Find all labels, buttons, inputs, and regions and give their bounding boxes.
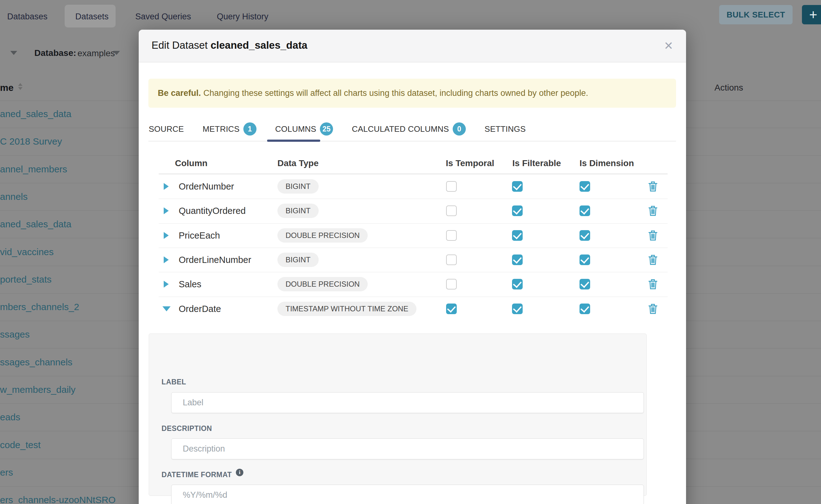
datetime-format-input[interactable] <box>171 485 644 504</box>
nav-tab-datasets[interactable]: Datasets <box>75 12 109 22</box>
is-temporal-checkbox[interactable] <box>446 230 457 241</box>
sort-icon[interactable] <box>18 83 22 90</box>
data-type-pill: BIGINT <box>277 179 319 194</box>
caret-right-icon[interactable] <box>164 183 169 190</box>
dataset-link[interactable]: vid_vaccines <box>0 247 54 257</box>
is-dimension-checkbox[interactable] <box>580 279 590 289</box>
tab-source[interactable]: SOURCE <box>149 124 184 134</box>
is-dimension-checkbox[interactable] <box>580 205 590 216</box>
caret-right-icon[interactable] <box>164 207 169 214</box>
column-detail-panel: LABEL DESCRIPTION DATETIME FORMAT i <box>149 334 647 496</box>
row-divider <box>159 248 668 248</box>
column-name: QuantityOrdered <box>179 206 245 216</box>
delete-column-button[interactable] <box>648 230 658 241</box>
chevron-down-icon[interactable] <box>10 51 17 55</box>
dataset-name: cleaned_sales_data <box>210 39 307 51</box>
is-temporal-checkbox[interactable] <box>446 205 457 216</box>
tab-metrics[interactable]: METRICS1 <box>202 122 256 136</box>
nav-tab-databases[interactable]: Databases <box>7 12 47 22</box>
description-input[interactable] <box>171 438 644 459</box>
dataset-link[interactable]: eads <box>0 412 20 422</box>
is-filterable-checkbox[interactable] <box>512 279 523 289</box>
active-tab-underline <box>267 140 320 142</box>
is-temporal-checkbox[interactable] <box>446 181 457 192</box>
modal-header: Edit Dataset cleaned_sales_data ✕ <box>139 30 686 62</box>
database-filter-value[interactable]: examples <box>77 48 115 58</box>
is-filterable-checkbox[interactable] <box>512 181 523 192</box>
modal-title: Edit Dataset cleaned_sales_data <box>151 39 307 51</box>
dataset-link[interactable]: C 2018 Survey <box>0 136 62 147</box>
is-temporal-checkbox[interactable] <box>446 254 457 265</box>
modal-tabs: SOURCE METRICS1 COLUMNS25 CALCULATED COL… <box>149 122 526 136</box>
label-input[interactable] <box>171 392 644 413</box>
is-filterable-checkbox[interactable] <box>512 304 523 314</box>
dataset-link[interactable]: annel_members <box>0 164 67 175</box>
is-filterable-checkbox[interactable] <box>512 254 523 265</box>
is-dimension-checkbox[interactable] <box>580 181 590 192</box>
database-filter-label: Database: <box>34 48 76 58</box>
dataset-link[interactable]: ers <box>0 467 13 478</box>
dataset-link[interactable]: aned_sales_data <box>0 109 72 119</box>
label-field-label: LABEL <box>161 378 186 386</box>
dataset-link[interactable]: code_test <box>0 440 41 450</box>
bulk-select-button[interactable]: BULK SELECT <box>719 5 793 24</box>
column-name: Sales <box>179 279 201 289</box>
column-name: OrderDate <box>179 304 221 314</box>
description-field-label: DESCRIPTION <box>161 424 212 433</box>
col-header-data-type: Data Type <box>277 158 319 168</box>
is-dimension-checkbox[interactable] <box>580 230 590 241</box>
column-name: PriceEach <box>179 230 220 241</box>
info-icon[interactable]: i <box>236 469 243 476</box>
data-type-pill: DOUBLE PRECISION <box>277 228 368 243</box>
dataset-link[interactable]: ssages_channels <box>0 357 72 368</box>
tab-calculated-columns[interactable]: CALCULATED COLUMNS0 <box>352 122 466 136</box>
dataset-link[interactable]: annels <box>0 191 27 202</box>
calculated-columns-count-badge: 0 <box>453 122 466 136</box>
datetime-format-field-label: DATETIME FORMAT <box>161 471 232 479</box>
metrics-count-badge: 1 <box>243 122 256 136</box>
caret-right-icon[interactable] <box>164 281 169 288</box>
caret-right-icon[interactable] <box>164 232 169 239</box>
name-column-header[interactable]: me <box>0 82 13 93</box>
col-header-is-filterable: Is Filterable <box>512 158 561 168</box>
table-header-divider <box>159 174 668 174</box>
data-type-pill: BIGINT <box>277 204 319 218</box>
close-icon[interactable]: ✕ <box>661 38 676 54</box>
warning-banner: Be careful.Changing these settings will … <box>148 79 676 108</box>
nav-tab-saved-queries[interactable]: Saved Queries <box>135 12 191 22</box>
column-name: OrderLineNumber <box>179 255 251 265</box>
is-dimension-checkbox[interactable] <box>580 304 590 314</box>
col-header-is-dimension: Is Dimension <box>580 158 634 168</box>
add-dataset-button[interactable]: + <box>802 5 821 24</box>
dataset-link[interactable]: w_members_daily <box>0 384 76 395</box>
caret-right-icon[interactable] <box>164 256 169 263</box>
nav-tab-query-history[interactable]: Query History <box>217 12 268 22</box>
column-name: OrderNumber <box>179 181 234 192</box>
delete-column-button[interactable] <box>648 303 658 315</box>
is-filterable-checkbox[interactable] <box>512 205 523 216</box>
dataset-link[interactable]: ported_stats <box>0 274 52 285</box>
is-temporal-checkbox[interactable] <box>446 279 457 289</box>
caret-down-icon[interactable] <box>162 306 171 311</box>
tab-columns[interactable]: COLUMNS25 <box>275 122 333 136</box>
dataset-link[interactable]: aned_sales_data <box>0 219 72 230</box>
row-divider <box>159 272 668 272</box>
col-header-column: Column <box>175 158 207 168</box>
data-type-pill: BIGINT <box>277 253 319 267</box>
app-root: Databases Datasets Saved Queries Query H… <box>0 0 821 504</box>
dataset-link[interactable]: ssages <box>0 329 30 340</box>
delete-column-button[interactable] <box>648 278 658 290</box>
row-divider <box>159 199 668 199</box>
chevron-down-icon[interactable] <box>113 51 120 55</box>
delete-column-button[interactable] <box>648 254 658 266</box>
is-dimension-checkbox[interactable] <box>580 254 590 265</box>
data-type-pill: TIMESTAMP WITHOUT TIME ZONE <box>277 302 417 316</box>
dataset-link[interactable]: ers_channels-uzooNNtSRO <box>0 495 116 504</box>
delete-column-button[interactable] <box>648 205 658 217</box>
delete-column-button[interactable] <box>648 180 658 192</box>
col-header-is-temporal: Is Temporal <box>446 158 494 168</box>
dataset-link[interactable]: mbers_channels_2 <box>0 302 79 312</box>
tab-settings[interactable]: SETTINGS <box>485 124 526 134</box>
is-temporal-checkbox[interactable] <box>446 304 457 314</box>
is-filterable-checkbox[interactable] <box>512 230 523 241</box>
